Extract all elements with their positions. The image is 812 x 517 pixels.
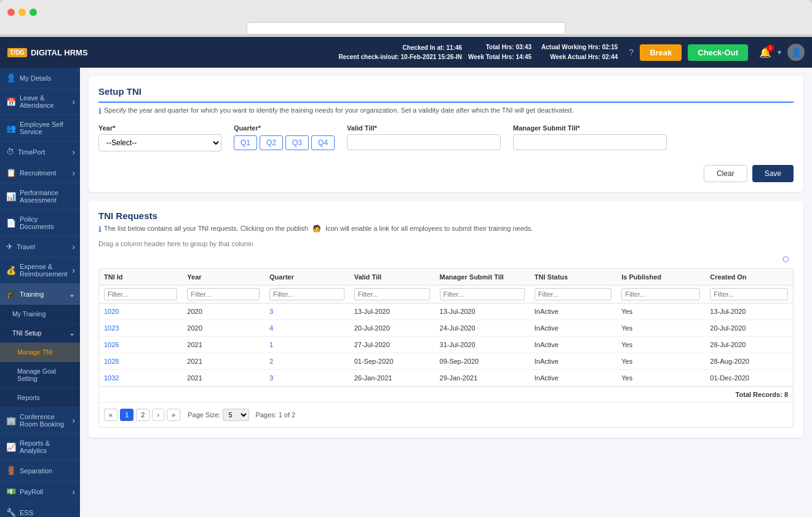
sidebar-label-payroll: PayRoll xyxy=(20,488,43,495)
valid-till-label: Valid Till* xyxy=(347,124,501,132)
tni-id-link[interactable]: 1028 xyxy=(104,358,119,365)
quarter-link[interactable]: 4 xyxy=(269,324,273,332)
quarter-link[interactable]: 2 xyxy=(269,358,273,365)
quarter-link[interactable]: 3 xyxy=(269,374,273,382)
sidebar-label-leave-attendance: Leave & Attendance xyxy=(20,94,74,109)
tni-id-link[interactable]: 1023 xyxy=(104,324,119,332)
sidebar-item-timeport[interactable]: ⏱ TimePort xyxy=(0,142,80,162)
sidebar-item-manage-goal[interactable]: Manage Goal Setting xyxy=(0,362,80,388)
cell-is-published: Yes xyxy=(616,353,705,370)
checkedin-label: Checked In at: xyxy=(402,44,444,51)
page-first-btn[interactable]: « xyxy=(104,409,117,421)
filter-is-published[interactable] xyxy=(621,288,700,300)
col-header-valid-till: Valid Till xyxy=(349,269,435,286)
logo-abbr: T/DG xyxy=(7,48,27,57)
quarter-link[interactable]: 3 xyxy=(269,308,273,315)
year-select[interactable]: --Select-- 2020 2021 2022 xyxy=(98,134,221,151)
table-header-row: TNI Id Year Quarter Valid Till Manager S… xyxy=(99,269,793,286)
total-hrs-label: Total Hrs: xyxy=(486,44,514,50)
page-2-btn[interactable]: 2 xyxy=(136,409,149,421)
filter-manager-submit[interactable] xyxy=(440,288,525,300)
help-icon[interactable]: ? xyxy=(629,47,634,57)
sidebar-item-expense[interactable]: 💰 Expense & Reimbursement xyxy=(0,257,80,284)
valid-till-group: Valid Till* xyxy=(347,124,501,150)
table-row: 1020 2020 3 13-Jul-2020 13-Jul-2020 InAc… xyxy=(99,303,793,320)
quarter-group: Quarter* Q1 Q2 Q3 Q4 xyxy=(234,124,335,150)
sidebar-label-training: Training xyxy=(20,291,44,298)
sidebar-item-tni-setup[interactable]: TNI Setup xyxy=(0,324,80,343)
sidebar-item-conference[interactable]: 🏢 Conference Room Booking xyxy=(0,407,80,434)
cell-year: 2021 xyxy=(182,353,265,370)
logo-text: DIGITAL HRMS xyxy=(31,48,88,57)
break-button[interactable]: Break xyxy=(640,44,682,61)
quarter-q1-button[interactable]: Q1 xyxy=(234,135,257,150)
filter-valid-till[interactable] xyxy=(354,288,430,300)
cell-tni-id: 1032 xyxy=(99,370,182,387)
sidebar-item-separation[interactable]: 🚪 Separation xyxy=(0,460,80,481)
quarter-q3-button[interactable]: Q3 xyxy=(285,135,309,150)
sidebar-label-manage-tni: Manage TNI xyxy=(17,348,53,356)
ess2-icon: 🔧 xyxy=(6,508,16,517)
tni-id-link[interactable]: 1026 xyxy=(104,341,119,348)
sidebar-item-manage-tni[interactable]: Manage TNI xyxy=(0,343,80,362)
user-avatar[interactable]: 👤 xyxy=(787,44,805,61)
quarter-q2-button[interactable]: Q2 xyxy=(260,135,283,150)
total-records-value: 8 xyxy=(784,391,788,398)
sidebar-label-expense: Expense & Reimbursement xyxy=(20,263,74,278)
cell-year: 2020 xyxy=(182,303,265,320)
address-bar[interactable] xyxy=(247,22,565,34)
save-button[interactable]: Save xyxy=(752,165,794,182)
form-actions: Clear Save xyxy=(98,160,794,182)
sidebar-item-performance[interactable]: 📊 Performance Assessment xyxy=(0,183,80,210)
sidebar-item-leave-attendance[interactable]: 📅 Leave & Attendance xyxy=(0,89,80,115)
quarter-link[interactable]: 1 xyxy=(269,341,273,348)
sidebar-item-employee-self-service[interactable]: 👥 Employee Self Service xyxy=(0,115,80,142)
clear-button[interactable]: Clear xyxy=(704,165,747,182)
checkout-button[interactable]: Check-Out xyxy=(688,44,748,61)
actual-hrs-label: Actual Working Hrs: xyxy=(541,44,600,50)
sidebar-item-ess[interactable]: 🔧 ESS xyxy=(0,502,80,517)
sidebar-item-reports-analytics[interactable]: 📈 Reports & Analytics xyxy=(0,434,80,460)
tni-table-wrapper: TNI Id Year Quarter Valid Till Manager S… xyxy=(98,268,794,428)
cell-manager-submit: 24-Jul-2020 xyxy=(435,320,530,337)
sidebar-item-policy[interactable]: 📄 Policy Documents xyxy=(0,210,80,236)
sidebar-label-ess: Employee Self Service xyxy=(20,121,74,135)
cell-valid-till: 26-Jan-2021 xyxy=(349,370,435,387)
valid-till-input[interactable] xyxy=(347,134,501,150)
page-1-btn[interactable]: 1 xyxy=(120,409,133,421)
setup-tni-form: Year* --Select-- 2020 2021 2022 Quarter*… xyxy=(98,124,794,151)
sidebar-label-travel: Travel xyxy=(17,243,35,250)
sidebar-item-my-training[interactable]: My Training xyxy=(0,305,80,324)
filter-year[interactable] xyxy=(187,288,260,300)
filter-quarter[interactable] xyxy=(269,288,344,300)
sidebar-item-my-details[interactable]: 👤 My Details xyxy=(0,68,80,89)
sidebar-item-travel[interactable]: ✈ Travel xyxy=(0,236,80,257)
setup-tni-title: Setup TNI xyxy=(98,86,794,103)
page-next-btn[interactable]: › xyxy=(152,409,164,421)
quarter-q4-button[interactable]: Q4 xyxy=(311,135,335,150)
filter-created-on[interactable] xyxy=(710,288,788,300)
sidebar-item-reports-training[interactable]: Reports xyxy=(0,388,80,407)
manager-submit-input[interactable] xyxy=(513,134,667,150)
browser-dot-green xyxy=(30,9,37,16)
col-header-tni-status: TNI Status xyxy=(530,269,616,286)
page-size-select[interactable]: 5 10 20 xyxy=(223,409,249,421)
filter-cell-created-on xyxy=(705,286,793,303)
filter-tni-id[interactable] xyxy=(104,288,177,300)
tni-id-link[interactable]: 1020 xyxy=(104,308,119,315)
dropdown-arrow-icon[interactable]: ▾ xyxy=(778,48,781,57)
tni-id-link[interactable]: 1032 xyxy=(104,374,119,382)
sidebar-item-payroll[interactable]: 💵 PayRoll xyxy=(0,481,80,502)
cell-manager-submit: 13-Jul-2020 xyxy=(435,303,530,320)
my-details-icon: 👤 xyxy=(6,73,16,82)
table-actions: ⬡ xyxy=(98,252,794,266)
sidebar-item-recruitment[interactable]: 📋 Recruitment xyxy=(0,162,80,183)
notification-icon[interactable]: 🔔 1 xyxy=(759,47,771,58)
page-last-btn[interactable]: » xyxy=(167,409,180,421)
sidebar-label-policy: Policy Documents xyxy=(20,215,74,230)
export-icon[interactable]: ⬡ xyxy=(778,252,794,266)
filter-tni-status[interactable] xyxy=(535,288,611,300)
info-icon: ℹ xyxy=(98,106,102,116)
sidebar-item-training[interactable]: 🎓 Training xyxy=(0,284,80,305)
recruitment-icon: 📋 xyxy=(6,168,16,177)
